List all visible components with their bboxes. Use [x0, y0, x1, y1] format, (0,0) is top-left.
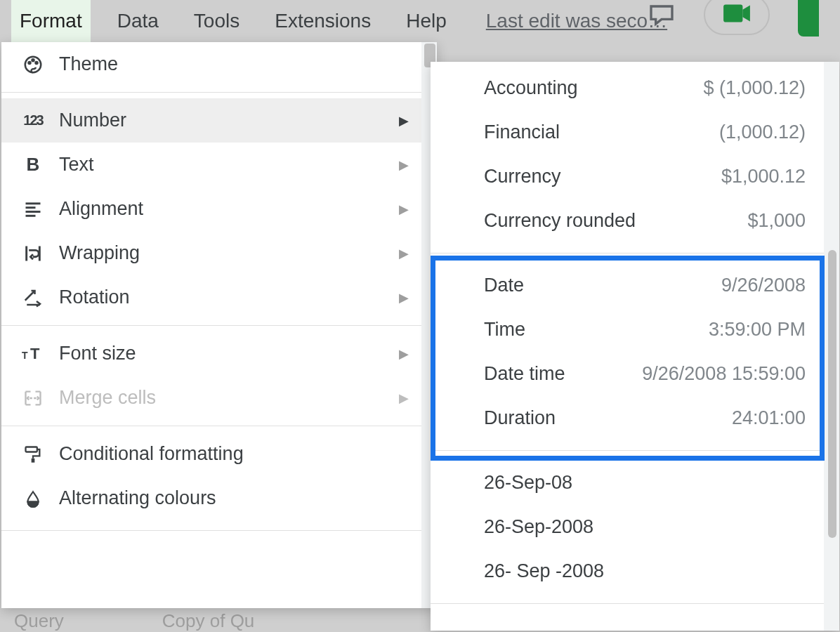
format-label: 26-Sep-08 — [484, 472, 572, 494]
last-edit-link[interactable]: Last edit was seco… — [486, 10, 667, 32]
format-label: 26- Sep -2008 — [484, 560, 604, 582]
format-label: Time — [484, 319, 525, 341]
format-dropdown: Theme 123 Number ▶ B Text ▶ Alignment ▶ … — [1, 42, 437, 608]
svg-text:T: T — [30, 345, 40, 362]
separator — [1, 426, 437, 426]
menu-extensions[interactable]: Extensions — [266, 0, 379, 42]
meet-button[interactable] — [704, 0, 770, 35]
separator — [1, 325, 437, 326]
menu-item-text[interactable]: B Text ▶ — [1, 143, 437, 187]
chevron-right-icon: ▶ — [399, 202, 409, 217]
menu-item-wrapping[interactable]: Wrapping ▶ — [1, 231, 437, 275]
format-option-duration[interactable]: Duration 24:01:00 — [431, 396, 839, 440]
menu-label: Font size — [59, 343, 399, 364]
format-option-financial[interactable]: Financial (1,000.12) — [431, 110, 839, 154]
separator — [431, 603, 839, 604]
chevron-right-icon: ▶ — [399, 346, 409, 362]
menu-label: Rotation — [59, 287, 399, 308]
separator — [1, 530, 437, 531]
format-example: $1,000 — [747, 210, 806, 232]
merge-cells-icon — [21, 386, 45, 410]
format-option-currency[interactable]: Currency $1,000.12 — [431, 154, 839, 199]
chevron-right-icon: ▶ — [399, 290, 409, 305]
format-option-accounting[interactable]: Accounting $ (1,000.12) — [431, 66, 839, 110]
format-label: Currency rounded — [484, 210, 636, 232]
menu-data[interactable]: Data — [109, 0, 167, 42]
format-label: Date — [484, 275, 524, 296]
separator — [431, 253, 839, 254]
menu-label: Number — [59, 110, 399, 131]
svg-text:T: T — [22, 350, 28, 361]
format-example: $ (1,000.12) — [703, 77, 806, 99]
scrollbar-thumb[interactable] — [828, 250, 836, 538]
format-example: $1,000.12 — [721, 166, 806, 187]
align-icon — [21, 197, 45, 221]
menu-item-rotation[interactable]: Rotation ▶ — [1, 275, 437, 320]
wrap-icon — [21, 242, 45, 265]
format-example: 9/26/2008 — [721, 275, 806, 296]
menu-label: Wrapping — [59, 242, 399, 264]
format-option-currency-rounded[interactable]: Currency rounded $1,000 — [431, 199, 839, 243]
format-option-time[interactable]: Time 3:59:00 PM — [431, 308, 839, 352]
menu-item-merge-cells: Merge cells ▶ — [1, 376, 437, 420]
format-example: 9/26/2008 15:59:00 — [642, 363, 806, 385]
svg-rect-14 — [32, 458, 35, 462]
menu-item-alternating-colours[interactable]: Alternating colours — [1, 476, 437, 520]
menu-item-font-size[interactable]: TT Font size ▶ — [1, 331, 437, 376]
comment-icon[interactable] — [648, 0, 676, 30]
format-option-custom-date-1[interactable]: 26-Sep-08 — [431, 461, 839, 505]
format-label: 26-Sep-2008 — [484, 516, 593, 538]
number-format-submenu: Accounting $ (1,000.12) Financial (1,000… — [431, 62, 839, 631]
bold-icon: B — [21, 153, 45, 177]
chevron-right-icon: ▶ — [399, 113, 409, 129]
menu-item-theme[interactable]: Theme — [1, 42, 437, 86]
format-option-custom-date-2[interactable]: 26-Sep-2008 — [431, 505, 839, 549]
menu-tools[interactable]: Tools — [185, 0, 248, 42]
menu-label: Theme — [59, 53, 409, 75]
format-label: Date time — [484, 363, 565, 385]
menu-item-alignment[interactable]: Alignment ▶ — [1, 187, 437, 231]
format-label: Currency — [484, 166, 561, 187]
format-example: 24:01:00 — [732, 407, 806, 429]
share-button[interactable] — [798, 0, 819, 37]
separator — [431, 450, 839, 451]
menu-item-conditional-formatting[interactable]: Conditional formatting — [1, 432, 437, 476]
menu-label: Alternating colours — [59, 487, 409, 509]
svg-point-4 — [36, 62, 38, 64]
svg-point-2 — [29, 62, 31, 64]
paint-roller-icon — [21, 442, 45, 466]
topright-controls — [648, 0, 819, 37]
menu-item-number[interactable]: 123 Number ▶ — [1, 98, 437, 143]
format-label: Accounting — [484, 77, 578, 99]
menu-format[interactable]: Format — [11, 0, 91, 42]
chevron-right-icon: ▶ — [399, 157, 409, 173]
svg-point-3 — [32, 59, 34, 61]
font-size-icon: TT — [21, 342, 45, 366]
svg-rect-13 — [26, 447, 37, 452]
format-label: Duration — [484, 407, 556, 429]
sheet-tabs-background: Query Copy of Qu — [0, 607, 435, 632]
number-123-icon: 123 — [21, 109, 45, 133]
menu-label: Text — [59, 154, 399, 176]
svg-rect-0 — [723, 4, 742, 22]
format-example: 3:59:00 PM — [709, 319, 806, 341]
menu-label: Conditional formatting — [59, 443, 409, 465]
format-option-custom-date-3[interactable]: 26- Sep -2008 — [431, 549, 839, 593]
chevron-right-icon: ▶ — [399, 390, 409, 406]
chevron-right-icon: ▶ — [399, 246, 409, 261]
menu-label: Merge cells — [59, 387, 399, 409]
menubar: Format Data Tools Extensions Help Last e… — [0, 0, 840, 42]
separator — [1, 92, 437, 93]
format-label: Financial — [484, 121, 560, 143]
palette-icon — [21, 53, 45, 77]
droplet-icon — [21, 487, 45, 511]
rotation-icon — [21, 286, 45, 310]
scrollbar-track[interactable] — [824, 62, 839, 631]
format-option-date-time[interactable]: Date time 9/26/2008 15:59:00 — [431, 352, 839, 396]
menu-help[interactable]: Help — [398, 0, 455, 42]
format-example: (1,000.12) — [719, 121, 806, 143]
format-option-date[interactable]: Date 9/26/2008 — [431, 263, 839, 308]
menu-label: Alignment — [59, 198, 399, 220]
